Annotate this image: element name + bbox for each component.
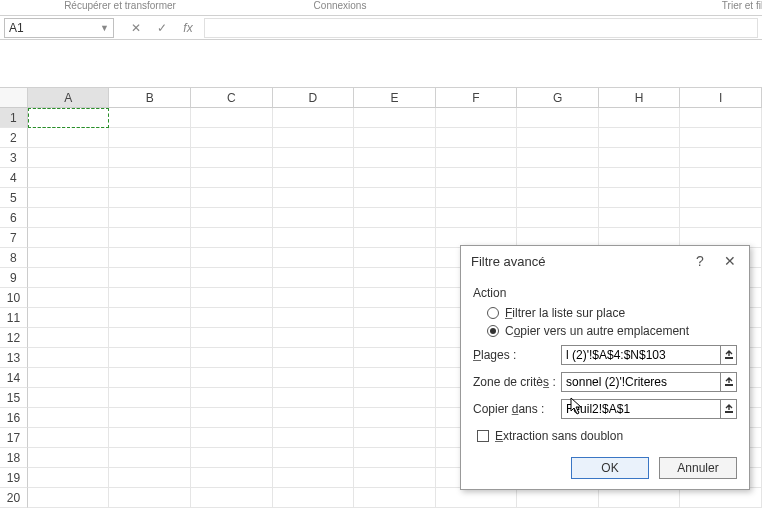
cell[interactable]: [191, 348, 273, 368]
cell[interactable]: [191, 148, 273, 168]
cell[interactable]: [273, 428, 355, 448]
row-header[interactable]: 19: [0, 468, 28, 488]
cell[interactable]: [436, 488, 518, 508]
column-header[interactable]: D: [273, 88, 355, 108]
cell[interactable]: [109, 268, 191, 288]
cell[interactable]: [28, 268, 110, 288]
row-header[interactable]: 10: [0, 288, 28, 308]
enter-icon[interactable]: ✓: [154, 21, 170, 35]
unique-records-checkbox[interactable]: Extraction sans doublon: [477, 429, 737, 443]
cell[interactable]: [354, 408, 436, 428]
cell[interactable]: [273, 268, 355, 288]
fx-icon[interactable]: fx: [180, 21, 196, 35]
cell[interactable]: [28, 428, 110, 448]
cell[interactable]: [109, 188, 191, 208]
cell[interactable]: [109, 468, 191, 488]
cell[interactable]: [191, 128, 273, 148]
row-header[interactable]: 5: [0, 188, 28, 208]
radio-copy-to-location[interactable]: Copier vers un autre emplacement: [487, 324, 737, 338]
cell[interactable]: [109, 388, 191, 408]
cell[interactable]: [109, 448, 191, 468]
cell[interactable]: [273, 368, 355, 388]
row-header[interactable]: 16: [0, 408, 28, 428]
cell[interactable]: [354, 368, 436, 388]
cell[interactable]: [517, 128, 599, 148]
column-header[interactable]: I: [680, 88, 762, 108]
dialog-titlebar[interactable]: Filtre avancé ? ✕: [461, 246, 749, 276]
cell[interactable]: [517, 488, 599, 508]
cell[interactable]: [599, 148, 681, 168]
row-header[interactable]: 3: [0, 148, 28, 168]
cell[interactable]: [28, 248, 110, 268]
cell[interactable]: [28, 368, 110, 388]
cell[interactable]: [680, 488, 762, 508]
cell[interactable]: [517, 168, 599, 188]
cell[interactable]: [436, 188, 518, 208]
cell[interactable]: [273, 248, 355, 268]
cell[interactable]: [354, 308, 436, 328]
cell[interactable]: [28, 228, 110, 248]
row-header[interactable]: 15: [0, 388, 28, 408]
cell[interactable]: [599, 488, 681, 508]
cell[interactable]: [191, 428, 273, 448]
chevron-down-icon[interactable]: ▼: [100, 23, 109, 33]
cell[interactable]: [354, 128, 436, 148]
cell[interactable]: [191, 468, 273, 488]
cell[interactable]: [354, 228, 436, 248]
column-header[interactable]: F: [436, 88, 518, 108]
cell[interactable]: [273, 148, 355, 168]
cell[interactable]: [28, 388, 110, 408]
formula-input[interactable]: [204, 18, 758, 38]
cell[interactable]: [273, 408, 355, 428]
range-picker-icon[interactable]: [721, 372, 737, 392]
cell[interactable]: [273, 388, 355, 408]
row-header[interactable]: 20: [0, 488, 28, 508]
cell[interactable]: [28, 488, 110, 508]
cell[interactable]: [28, 128, 110, 148]
cancel-icon[interactable]: ✕: [128, 21, 144, 35]
cell[interactable]: [109, 288, 191, 308]
cell[interactable]: [191, 408, 273, 428]
cell[interactable]: [599, 188, 681, 208]
cell[interactable]: [191, 168, 273, 188]
cell[interactable]: [273, 168, 355, 188]
cell[interactable]: [354, 188, 436, 208]
cell[interactable]: [191, 188, 273, 208]
cell[interactable]: [354, 288, 436, 308]
cell[interactable]: [28, 188, 110, 208]
cell[interactable]: [273, 448, 355, 468]
cell[interactable]: [354, 468, 436, 488]
cell[interactable]: [109, 328, 191, 348]
cell[interactable]: [680, 208, 762, 228]
cell[interactable]: [599, 128, 681, 148]
cell[interactable]: [109, 308, 191, 328]
cell[interactable]: [354, 328, 436, 348]
cell[interactable]: [191, 288, 273, 308]
column-header[interactable]: H: [599, 88, 681, 108]
cell[interactable]: [191, 328, 273, 348]
cell[interactable]: [680, 168, 762, 188]
cell[interactable]: [28, 108, 110, 128]
cell[interactable]: [191, 228, 273, 248]
cell[interactable]: [273, 488, 355, 508]
cell[interactable]: [109, 428, 191, 448]
cell[interactable]: [28, 348, 110, 368]
cell[interactable]: [109, 148, 191, 168]
cell[interactable]: [109, 108, 191, 128]
cell[interactable]: [354, 208, 436, 228]
cell[interactable]: [273, 108, 355, 128]
cell[interactable]: [191, 108, 273, 128]
cell[interactable]: [28, 168, 110, 188]
cell[interactable]: [354, 168, 436, 188]
row-header[interactable]: 11: [0, 308, 28, 328]
cell[interactable]: [680, 148, 762, 168]
cell[interactable]: [599, 108, 681, 128]
cell[interactable]: [273, 308, 355, 328]
cell[interactable]: [436, 128, 518, 148]
cell[interactable]: [191, 248, 273, 268]
row-header[interactable]: 1: [0, 108, 28, 128]
cell[interactable]: [436, 148, 518, 168]
row-header[interactable]: 18: [0, 448, 28, 468]
cell[interactable]: [680, 108, 762, 128]
copy-to-input[interactable]: [561, 399, 721, 419]
